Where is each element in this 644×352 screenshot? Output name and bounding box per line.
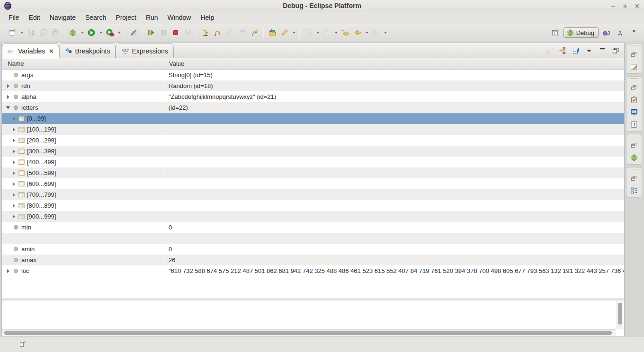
restore-view-button[interactable] bbox=[629, 141, 639, 150]
javadoc-view-button[interactable]: J bbox=[629, 120, 639, 129]
table-row[interactable]: amax26 bbox=[2, 255, 624, 265]
expand-collapsed-icon[interactable] bbox=[10, 171, 17, 175]
prev-annotation-dropdown[interactable] bbox=[333, 27, 339, 38]
maximize-button[interactable]: + bbox=[623, 0, 627, 12]
toolbar-grip[interactable] bbox=[3, 27, 4, 38]
table-row[interactable]: min0 bbox=[2, 222, 624, 233]
fast-view-icon[interactable] bbox=[19, 340, 28, 350]
highlighter-dropdown[interactable] bbox=[291, 27, 297, 38]
expand-collapsed-icon[interactable] bbox=[10, 193, 17, 197]
table-row[interactable]: [0...99] bbox=[2, 113, 624, 124]
menu-help[interactable]: Help bbox=[196, 12, 219, 24]
tab-variables[interactable]: (x)=Variables× bbox=[2, 43, 59, 59]
table-row[interactable]: [700...799] bbox=[2, 189, 624, 200]
table-row[interactable]: argsString[0] (id=15) bbox=[2, 70, 624, 80]
show-type-names-button[interactable] bbox=[558, 46, 567, 55]
next-annotation-dropdown[interactable] bbox=[314, 27, 321, 38]
back-dropdown[interactable] bbox=[364, 27, 370, 38]
table-row[interactable]: loc"610 732 588 674 575 212 487 501 862 … bbox=[2, 265, 624, 276]
detail-vertical-scrollbar[interactable] bbox=[617, 301, 623, 329]
menu-file[interactable]: File bbox=[4, 12, 24, 24]
tab-expressions[interactable]: x=Expressions bbox=[116, 43, 173, 58]
expand-collapsed-icon[interactable] bbox=[5, 269, 11, 273]
column-header-name[interactable]: Name bbox=[8, 58, 24, 70]
new-wizard-button[interactable] bbox=[6, 27, 18, 38]
view-menu-button[interactable] bbox=[584, 46, 594, 55]
new-wizard-dropdown[interactable] bbox=[18, 27, 25, 38]
horizontal-scroll-thumb[interactable] bbox=[4, 331, 612, 335]
table-row[interactable]: amin0 bbox=[2, 244, 624, 255]
expand-collapsed-icon[interactable] bbox=[10, 215, 17, 219]
close-button[interactable]: × bbox=[635, 0, 639, 12]
collapse-all-button[interactable] bbox=[571, 46, 581, 55]
table-row[interactable]: alpha"Zabcdefghijklmnopqrstuvwxyz" (id=2… bbox=[2, 91, 624, 102]
restore-view-button[interactable] bbox=[629, 174, 639, 183]
detail-horizontal-scrollbar[interactable] bbox=[2, 329, 616, 336]
menu-window[interactable]: Window bbox=[163, 12, 196, 24]
forward-dropdown[interactable] bbox=[382, 27, 388, 38]
expand-collapsed-icon[interactable] bbox=[5, 84, 11, 88]
column-header-value[interactable]: Value bbox=[169, 58, 184, 70]
menu-navigate[interactable]: Navigate bbox=[45, 12, 80, 24]
table-row[interactable]: [600...699] bbox=[2, 178, 624, 189]
expand-collapsed-icon[interactable] bbox=[10, 150, 17, 153]
open-perspective-button[interactable] bbox=[549, 27, 562, 38]
menu-edit[interactable]: Edit bbox=[24, 12, 45, 24]
perspective-debug-button[interactable]: Debug bbox=[564, 27, 599, 38]
run-external-button[interactable] bbox=[104, 27, 116, 38]
quote-button[interactable]: " bbox=[629, 27, 641, 38]
expand-expanded-icon[interactable] bbox=[5, 106, 11, 109]
open-element-button[interactable] bbox=[266, 27, 278, 38]
vertical-scroll-thumb[interactable] bbox=[618, 303, 622, 325]
skip-breakpoints-button[interactable] bbox=[127, 27, 140, 38]
drag-handle[interactable] bbox=[630, 136, 638, 137]
tab-breakpoints[interactable]: Breakpoints bbox=[59, 43, 116, 58]
run-external-dropdown[interactable] bbox=[116, 27, 122, 38]
resume-button[interactable] bbox=[145, 27, 157, 38]
debug-button[interactable] bbox=[67, 27, 79, 38]
close-icon[interactable]: × bbox=[49, 47, 53, 55]
table-row[interactable]: [200...299] bbox=[2, 135, 624, 146]
restore-view-button[interactable] bbox=[629, 83, 639, 92]
run-dropdown[interactable] bbox=[98, 27, 104, 38]
step-into-button[interactable] bbox=[199, 27, 212, 38]
maximize-view-button[interactable] bbox=[611, 46, 620, 55]
back-button[interactable] bbox=[351, 27, 364, 38]
drag-handle[interactable] bbox=[630, 169, 638, 170]
minimize-view-button[interactable] bbox=[598, 46, 607, 55]
editor-view-button[interactable] bbox=[629, 62, 639, 71]
expand-collapsed-icon[interactable] bbox=[10, 117, 17, 121]
menu-project[interactable]: Project bbox=[111, 12, 141, 24]
tasks-view-button[interactable] bbox=[629, 95, 639, 105]
restore-view-button[interactable] bbox=[629, 50, 639, 59]
table-row[interactable]: letters(id=22) bbox=[2, 102, 624, 113]
expand-collapsed-icon[interactable] bbox=[10, 128, 17, 132]
expand-collapsed-icon[interactable] bbox=[10, 182, 17, 186]
debug-view-button[interactable] bbox=[629, 153, 639, 162]
drag-handle[interactable] bbox=[630, 45, 638, 46]
last-edit-location-button[interactable] bbox=[339, 27, 351, 38]
step-filters-button[interactable] bbox=[249, 27, 261, 38]
table-row[interactable]: [300...399] bbox=[2, 146, 624, 157]
menu-run[interactable]: Run bbox=[141, 12, 163, 24]
run-button[interactable] bbox=[85, 27, 98, 38]
console-view-button[interactable] bbox=[629, 107, 639, 117]
expand-collapsed-icon[interactable] bbox=[10, 204, 17, 208]
column-divider[interactable] bbox=[165, 59, 165, 69]
table-row[interactable]: [400...499] bbox=[2, 157, 624, 167]
table-row[interactable]: [900...999] bbox=[2, 211, 624, 222]
java-browsing-button[interactable]: J, bbox=[615, 27, 627, 38]
table-row[interactable]: [800...899] bbox=[2, 200, 624, 211]
java-perspective-button[interactable]: J bbox=[600, 27, 613, 38]
table-row[interactable]: [100...199] bbox=[2, 124, 624, 135]
minimize-button[interactable]: − bbox=[611, 0, 615, 12]
highlighter-button[interactable] bbox=[278, 27, 291, 38]
outline-view-button[interactable] bbox=[629, 186, 639, 195]
step-over-button[interactable] bbox=[212, 27, 224, 38]
detail-pane[interactable] bbox=[2, 300, 624, 336]
debug-dropdown[interactable] bbox=[79, 27, 85, 38]
expand-collapsed-icon[interactable] bbox=[10, 139, 17, 142]
table-row[interactable]: rdnRandom (id=18) bbox=[2, 80, 624, 91]
menu-search[interactable]: Search bbox=[80, 12, 111, 24]
table-row[interactable]: [500...599] bbox=[2, 167, 624, 178]
